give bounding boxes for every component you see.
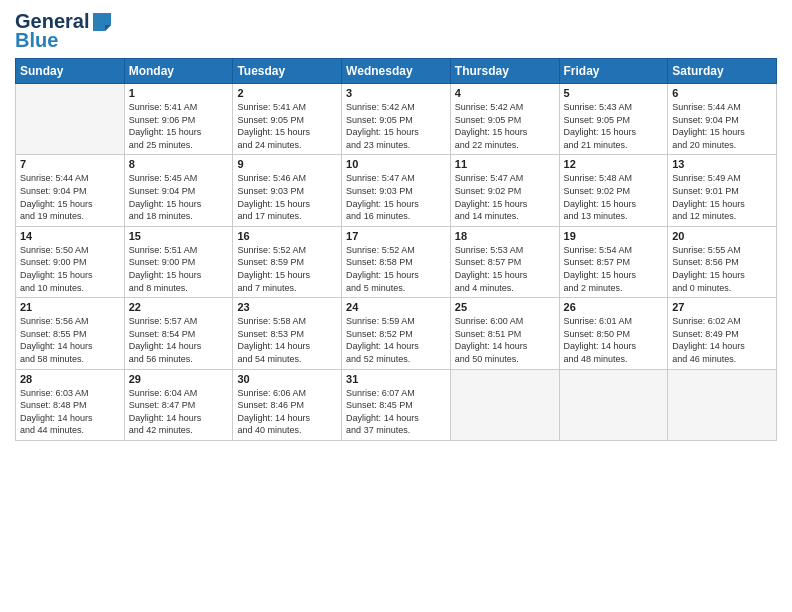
day-number: 16 xyxy=(237,230,337,242)
calendar-cell: 19Sunrise: 5:54 AM Sunset: 8:57 PM Dayli… xyxy=(559,226,668,297)
calendar-cell: 26Sunrise: 6:01 AM Sunset: 8:50 PM Dayli… xyxy=(559,298,668,369)
day-info: Sunrise: 5:49 AM Sunset: 9:01 PM Dayligh… xyxy=(672,172,772,222)
header: General Blue xyxy=(15,10,777,52)
day-info: Sunrise: 5:44 AM Sunset: 9:04 PM Dayligh… xyxy=(672,101,772,151)
day-number: 14 xyxy=(20,230,120,242)
day-info: Sunrise: 6:02 AM Sunset: 8:49 PM Dayligh… xyxy=(672,315,772,365)
day-number: 5 xyxy=(564,87,664,99)
calendar-cell: 16Sunrise: 5:52 AM Sunset: 8:59 PM Dayli… xyxy=(233,226,342,297)
calendar-cell: 13Sunrise: 5:49 AM Sunset: 9:01 PM Dayli… xyxy=(668,155,777,226)
weekday-header-tuesday: Tuesday xyxy=(233,59,342,84)
calendar-cell: 1Sunrise: 5:41 AM Sunset: 9:06 PM Daylig… xyxy=(124,84,233,155)
calendar-cell: 11Sunrise: 5:47 AM Sunset: 9:02 PM Dayli… xyxy=(450,155,559,226)
day-number: 3 xyxy=(346,87,446,99)
calendar-cell: 15Sunrise: 5:51 AM Sunset: 9:00 PM Dayli… xyxy=(124,226,233,297)
week-row-1: 1Sunrise: 5:41 AM Sunset: 9:06 PM Daylig… xyxy=(16,84,777,155)
day-info: Sunrise: 5:56 AM Sunset: 8:55 PM Dayligh… xyxy=(20,315,120,365)
day-info: Sunrise: 5:59 AM Sunset: 8:52 PM Dayligh… xyxy=(346,315,446,365)
calendar-cell: 7Sunrise: 5:44 AM Sunset: 9:04 PM Daylig… xyxy=(16,155,125,226)
day-info: Sunrise: 5:52 AM Sunset: 8:59 PM Dayligh… xyxy=(237,244,337,294)
day-info: Sunrise: 6:01 AM Sunset: 8:50 PM Dayligh… xyxy=(564,315,664,365)
day-number: 19 xyxy=(564,230,664,242)
day-info: Sunrise: 5:51 AM Sunset: 9:00 PM Dayligh… xyxy=(129,244,229,294)
calendar-cell: 25Sunrise: 6:00 AM Sunset: 8:51 PM Dayli… xyxy=(450,298,559,369)
day-info: Sunrise: 6:00 AM Sunset: 8:51 PM Dayligh… xyxy=(455,315,555,365)
day-info: Sunrise: 5:58 AM Sunset: 8:53 PM Dayligh… xyxy=(237,315,337,365)
weekday-header-monday: Monday xyxy=(124,59,233,84)
weekday-header-wednesday: Wednesday xyxy=(342,59,451,84)
day-number: 26 xyxy=(564,301,664,313)
day-number: 4 xyxy=(455,87,555,99)
weekday-header-friday: Friday xyxy=(559,59,668,84)
day-number: 29 xyxy=(129,373,229,385)
calendar-cell xyxy=(668,369,777,440)
day-number: 21 xyxy=(20,301,120,313)
week-row-2: 7Sunrise: 5:44 AM Sunset: 9:04 PM Daylig… xyxy=(16,155,777,226)
day-number: 9 xyxy=(237,158,337,170)
calendar-cell: 10Sunrise: 5:47 AM Sunset: 9:03 PM Dayli… xyxy=(342,155,451,226)
calendar-cell: 24Sunrise: 5:59 AM Sunset: 8:52 PM Dayli… xyxy=(342,298,451,369)
day-info: Sunrise: 5:46 AM Sunset: 9:03 PM Dayligh… xyxy=(237,172,337,222)
day-info: Sunrise: 5:47 AM Sunset: 9:03 PM Dayligh… xyxy=(346,172,446,222)
week-row-5: 28Sunrise: 6:03 AM Sunset: 8:48 PM Dayli… xyxy=(16,369,777,440)
day-info: Sunrise: 5:41 AM Sunset: 9:06 PM Dayligh… xyxy=(129,101,229,151)
day-info: Sunrise: 5:44 AM Sunset: 9:04 PM Dayligh… xyxy=(20,172,120,222)
day-number: 30 xyxy=(237,373,337,385)
day-number: 22 xyxy=(129,301,229,313)
calendar-cell: 2Sunrise: 5:41 AM Sunset: 9:05 PM Daylig… xyxy=(233,84,342,155)
day-number: 2 xyxy=(237,87,337,99)
day-number: 31 xyxy=(346,373,446,385)
calendar-cell: 31Sunrise: 6:07 AM Sunset: 8:45 PM Dayli… xyxy=(342,369,451,440)
calendar-cell: 9Sunrise: 5:46 AM Sunset: 9:03 PM Daylig… xyxy=(233,155,342,226)
calendar-cell xyxy=(450,369,559,440)
day-number: 18 xyxy=(455,230,555,242)
calendar-cell: 3Sunrise: 5:42 AM Sunset: 9:05 PM Daylig… xyxy=(342,84,451,155)
calendar-cell: 21Sunrise: 5:56 AM Sunset: 8:55 PM Dayli… xyxy=(16,298,125,369)
calendar-cell: 28Sunrise: 6:03 AM Sunset: 8:48 PM Dayli… xyxy=(16,369,125,440)
week-row-4: 21Sunrise: 5:56 AM Sunset: 8:55 PM Dayli… xyxy=(16,298,777,369)
calendar-cell: 30Sunrise: 6:06 AM Sunset: 8:46 PM Dayli… xyxy=(233,369,342,440)
logo-icon xyxy=(91,11,113,33)
calendar-cell: 14Sunrise: 5:50 AM Sunset: 9:00 PM Dayli… xyxy=(16,226,125,297)
day-info: Sunrise: 6:04 AM Sunset: 8:47 PM Dayligh… xyxy=(129,387,229,437)
calendar-cell xyxy=(16,84,125,155)
calendar-cell: 17Sunrise: 5:52 AM Sunset: 8:58 PM Dayli… xyxy=(342,226,451,297)
weekday-header-thursday: Thursday xyxy=(450,59,559,84)
day-info: Sunrise: 5:42 AM Sunset: 9:05 PM Dayligh… xyxy=(455,101,555,151)
day-number: 12 xyxy=(564,158,664,170)
day-info: Sunrise: 6:06 AM Sunset: 8:46 PM Dayligh… xyxy=(237,387,337,437)
svg-marker-1 xyxy=(105,25,111,31)
day-info: Sunrise: 5:43 AM Sunset: 9:05 PM Dayligh… xyxy=(564,101,664,151)
day-number: 28 xyxy=(20,373,120,385)
calendar-cell: 8Sunrise: 5:45 AM Sunset: 9:04 PM Daylig… xyxy=(124,155,233,226)
calendar-cell: 20Sunrise: 5:55 AM Sunset: 8:56 PM Dayli… xyxy=(668,226,777,297)
day-number: 1 xyxy=(129,87,229,99)
calendar-cell: 12Sunrise: 5:48 AM Sunset: 9:02 PM Dayli… xyxy=(559,155,668,226)
day-info: Sunrise: 5:53 AM Sunset: 8:57 PM Dayligh… xyxy=(455,244,555,294)
calendar-cell: 18Sunrise: 5:53 AM Sunset: 8:57 PM Dayli… xyxy=(450,226,559,297)
day-info: Sunrise: 6:07 AM Sunset: 8:45 PM Dayligh… xyxy=(346,387,446,437)
logo: General Blue xyxy=(15,10,113,52)
day-number: 15 xyxy=(129,230,229,242)
day-number: 17 xyxy=(346,230,446,242)
day-info: Sunrise: 5:55 AM Sunset: 8:56 PM Dayligh… xyxy=(672,244,772,294)
day-number: 6 xyxy=(672,87,772,99)
weekday-header-saturday: Saturday xyxy=(668,59,777,84)
page: General Blue SundayMondayTuesdayWednesda… xyxy=(0,0,792,612)
calendar: SundayMondayTuesdayWednesdayThursdayFrid… xyxy=(15,58,777,441)
day-info: Sunrise: 5:52 AM Sunset: 8:58 PM Dayligh… xyxy=(346,244,446,294)
day-number: 27 xyxy=(672,301,772,313)
weekday-header-sunday: Sunday xyxy=(16,59,125,84)
day-info: Sunrise: 5:45 AM Sunset: 9:04 PM Dayligh… xyxy=(129,172,229,222)
svg-marker-0 xyxy=(93,13,111,31)
calendar-cell: 6Sunrise: 5:44 AM Sunset: 9:04 PM Daylig… xyxy=(668,84,777,155)
calendar-cell: 22Sunrise: 5:57 AM Sunset: 8:54 PM Dayli… xyxy=(124,298,233,369)
day-number: 8 xyxy=(129,158,229,170)
day-info: Sunrise: 6:03 AM Sunset: 8:48 PM Dayligh… xyxy=(20,387,120,437)
calendar-cell: 5Sunrise: 5:43 AM Sunset: 9:05 PM Daylig… xyxy=(559,84,668,155)
calendar-cell xyxy=(559,369,668,440)
day-number: 11 xyxy=(455,158,555,170)
day-number: 20 xyxy=(672,230,772,242)
day-number: 10 xyxy=(346,158,446,170)
day-info: Sunrise: 5:54 AM Sunset: 8:57 PM Dayligh… xyxy=(564,244,664,294)
